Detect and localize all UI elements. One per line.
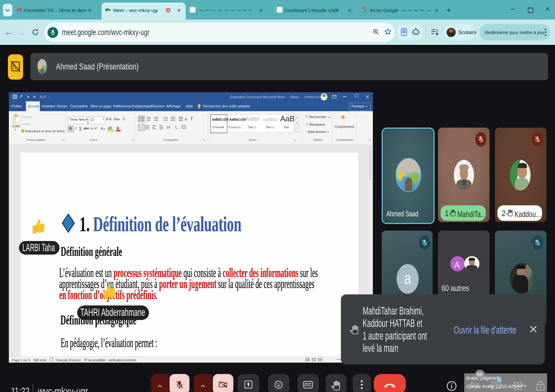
svg-text:A: A [40, 95, 42, 99]
